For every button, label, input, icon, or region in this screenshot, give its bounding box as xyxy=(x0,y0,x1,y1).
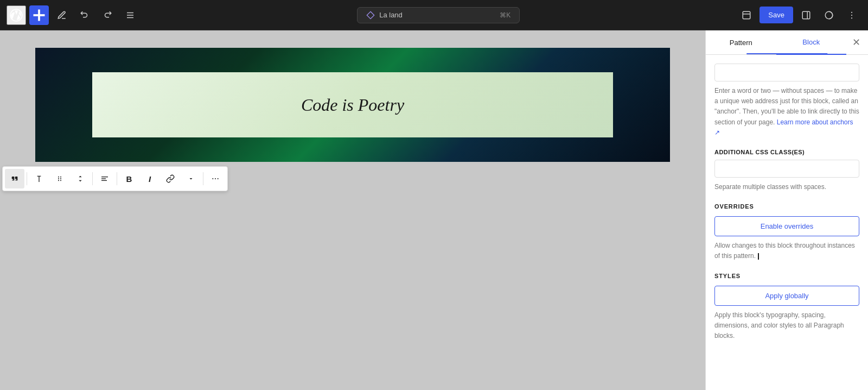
cursor-indicator xyxy=(758,253,759,260)
canvas-content: Code is Poetry xyxy=(35,48,670,162)
sidebar-toggle-button[interactable] xyxy=(796,5,816,25)
bold-button[interactable]: B xyxy=(119,169,139,188)
topbar: La land ⌘K Save xyxy=(0,0,868,30)
save-button[interactable]: Save xyxy=(760,7,793,23)
link-options-dropdown[interactable] xyxy=(181,169,201,188)
svg-rect-6 xyxy=(743,11,751,19)
add-block-button[interactable] xyxy=(29,5,49,25)
italic-button[interactable]: I xyxy=(140,169,159,188)
move-up-down-button[interactable] xyxy=(71,169,90,188)
drag-handle-button[interactable] xyxy=(50,169,69,188)
sidebar-header: Pattern Block ✕ xyxy=(706,30,868,55)
view-button[interactable] xyxy=(737,5,756,25)
close-sidebar-button[interactable]: ✕ xyxy=(846,33,866,52)
svg-marker-5 xyxy=(367,11,374,18)
tools-button[interactable] xyxy=(52,5,72,25)
command-bar-shortcut: ⌘K xyxy=(500,11,510,19)
toolbar-divider-2 xyxy=(92,172,93,185)
toolbar-divider-1 xyxy=(27,172,27,185)
anchor-input[interactable] xyxy=(714,64,859,81)
block-toolbar: B I xyxy=(2,166,228,191)
toolbar-divider-4 xyxy=(203,172,203,185)
banner-text: Code is Poetry xyxy=(301,95,404,115)
main-area: Code is Poetry xyxy=(0,30,868,390)
css-class-input[interactable] xyxy=(714,160,859,178)
svg-point-17 xyxy=(60,178,61,179)
svg-point-11 xyxy=(851,11,852,12)
banner-inner: Code is Poetry xyxy=(92,72,614,137)
wordpress-logo-button[interactable] xyxy=(7,5,26,25)
svg-rect-22 xyxy=(101,180,107,181)
topbar-right: Save xyxy=(737,5,861,25)
svg-point-14 xyxy=(58,177,59,178)
command-bar[interactable]: La land ⌘K xyxy=(357,7,520,23)
topbar-left xyxy=(7,5,140,25)
styles-description: Apply this block's typography, spacing, … xyxy=(714,310,859,342)
css-class-description: Separate multiple classes with spaces. xyxy=(714,182,859,192)
svg-rect-8 xyxy=(802,11,810,19)
canvas-area: Code is Poetry xyxy=(0,30,705,390)
styles-field-group: STYLES Apply globally Apply this block's… xyxy=(714,273,859,342)
svg-point-19 xyxy=(60,180,61,181)
sidebar: Pattern Block ✕ Enter a word or two — wi… xyxy=(705,30,868,390)
topbar-center: La land ⌘K xyxy=(144,7,732,23)
link-button[interactable] xyxy=(161,169,180,188)
toolbar-divider-3 xyxy=(117,172,117,185)
svg-point-16 xyxy=(58,178,59,179)
css-class-field-group: ADDITIONAL CSS CLASS(ES) Separate multip… xyxy=(714,149,859,192)
apply-globally-button[interactable]: Apply globally xyxy=(714,286,859,306)
css-class-label: ADDITIONAL CSS CLASS(ES) xyxy=(714,149,859,155)
more-block-options-button[interactable] xyxy=(206,169,225,188)
tab-pattern[interactable]: Pattern xyxy=(706,31,776,54)
undo-button[interactable] xyxy=(75,5,94,25)
command-bar-label: La land xyxy=(379,11,403,19)
overrides-description: Allow changes to this block throughout i… xyxy=(714,241,859,261)
svg-rect-21 xyxy=(101,178,106,179)
banner-block[interactable]: Code is Poetry xyxy=(35,48,670,162)
styles-section-title: STYLES xyxy=(714,273,859,279)
svg-rect-20 xyxy=(101,177,108,177)
anchor-description: Enter a word or two — without spaces — t… xyxy=(714,86,859,138)
redo-button[interactable] xyxy=(98,5,117,25)
overrides-field-group: OVERRIDES Enable overrides Allow changes… xyxy=(714,203,859,261)
svg-point-12 xyxy=(851,14,852,15)
more-options-button[interactable] xyxy=(842,5,861,25)
quote-type-button[interactable] xyxy=(5,169,24,188)
svg-point-15 xyxy=(60,177,61,178)
svg-point-13 xyxy=(851,17,852,18)
svg-point-24 xyxy=(215,178,216,179)
style-button[interactable] xyxy=(819,5,839,25)
svg-point-25 xyxy=(218,178,219,179)
overrides-section-title: OVERRIDES xyxy=(714,203,859,210)
svg-point-18 xyxy=(58,180,59,181)
tab-block[interactable]: Block xyxy=(776,30,847,55)
svg-point-23 xyxy=(212,178,213,179)
enable-overrides-button[interactable]: Enable overrides xyxy=(714,216,859,236)
list-view-button[interactable] xyxy=(120,5,140,25)
align-button[interactable] xyxy=(95,169,114,188)
diamond-icon xyxy=(366,11,375,20)
paragraph-button[interactable] xyxy=(29,169,49,188)
sidebar-body: Enter a word or two — without spaces — t… xyxy=(706,55,868,390)
anchor-field-group: Enter a word or two — without spaces — t… xyxy=(714,64,859,138)
